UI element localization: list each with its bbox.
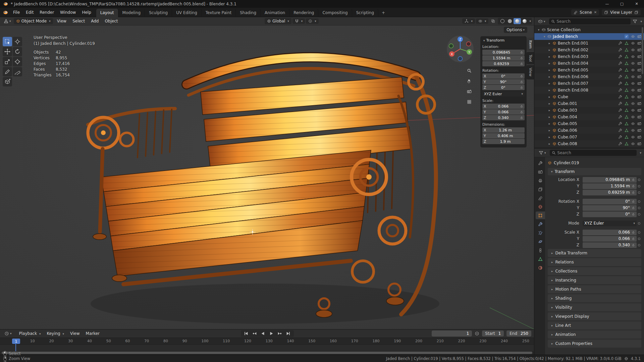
view-layer-selector[interactable]: View Layer [602, 9, 641, 15]
rendered-shading-icon[interactable] [521, 18, 528, 24]
menu-playback[interactable]: Playback ▾ [16, 329, 44, 338]
outliner-item[interactable]: ▸Bench End.002 [534, 47, 644, 53]
chevron-right-icon[interactable]: ▸ [548, 129, 551, 132]
show-overlays-toggle[interactable]: ▾ [476, 18, 489, 24]
camera-icon[interactable] [637, 128, 641, 132]
value-field[interactable]: 0.066 [583, 236, 637, 242]
wrench-icon[interactable] [618, 75, 622, 79]
menu-marker[interactable]: Marker [83, 329, 103, 338]
chevron-right-icon[interactable]: ▸ [548, 82, 551, 85]
npanel-value-field[interactable]: 0.096845 [482, 50, 525, 55]
chevron-right-icon[interactable]: ▸ [548, 48, 551, 52]
wrench-icon[interactable] [618, 128, 622, 132]
panel-shading[interactable]: ▸Shading [548, 294, 641, 302]
wrench-icon[interactable] [618, 95, 622, 99]
animate-property-dot[interactable] [637, 213, 641, 216]
properties-tab-render[interactable] [536, 168, 545, 176]
play-button[interactable] [268, 330, 275, 337]
eye-icon[interactable] [631, 75, 635, 79]
mode-selector[interactable]: Object Mode▾ [14, 18, 53, 24]
eye-icon[interactable] [631, 135, 635, 139]
lock-open-icon[interactable] [632, 243, 635, 247]
camera-icon[interactable] [637, 115, 641, 119]
wrench-icon[interactable] [618, 81, 622, 85]
menu-render[interactable]: Render [37, 8, 57, 17]
mesh-data-icon[interactable] [625, 122, 629, 126]
lock-open-icon[interactable] [632, 231, 635, 234]
lock-open-icon[interactable] [520, 62, 523, 65]
collection-checkbox[interactable]: ✓ [625, 35, 629, 39]
menu-window[interactable]: Window [57, 8, 79, 17]
previous-keyframe-button[interactable] [251, 330, 259, 337]
chevron-right-icon[interactable]: ▸ [548, 142, 551, 145]
wrench-icon[interactable] [618, 68, 622, 72]
outliner-search[interactable] [549, 18, 631, 24]
value-field[interactable]: 0.096845 m [583, 177, 637, 183]
editor-type-button[interactable]: ▾ [2, 19, 13, 23]
properties-tab-physics[interactable] [536, 238, 545, 245]
outliner-item[interactable]: ▸Bench End.005 [534, 67, 644, 73]
timeline-track[interactable] [0, 345, 534, 351]
properties-tab-scene[interactable] [536, 194, 545, 202]
workspace-tab-scripting[interactable]: Scripting [352, 9, 378, 17]
eye-icon[interactable] [631, 122, 635, 126]
value-field[interactable]: 0° [583, 199, 637, 204]
workspace-tab-sculpting[interactable]: Sculpting [145, 9, 172, 17]
snapping-toggle[interactable]: ▾ [292, 18, 305, 24]
mesh-data-icon[interactable] [625, 75, 629, 79]
sidebar-tab-view[interactable]: View [527, 65, 534, 79]
current-frame-field[interactable]: 1 [432, 330, 472, 337]
chevron-right-icon[interactable]: ▸ [548, 135, 551, 139]
workspace-tab-uv-editing[interactable]: UV Editing [172, 9, 202, 17]
camera-icon[interactable] [637, 41, 641, 45]
npanel-value-field[interactable]: X1.26 m [482, 127, 525, 133]
camera-icon[interactable] [637, 142, 641, 146]
mesh-data-icon[interactable] [625, 95, 629, 99]
maximize-button[interactable]: ▢ [614, 0, 629, 8]
wrench-icon[interactable] [618, 41, 622, 45]
animate-property-dot[interactable] [637, 200, 641, 203]
panel-animation[interactable]: ▸Animation [548, 330, 641, 339]
workspace-tab-texture-paint[interactable]: Texture Paint [202, 9, 236, 17]
wrench-icon[interactable] [618, 61, 622, 65]
menu-help[interactable]: Help [79, 8, 94, 17]
eye-icon[interactable] [631, 128, 635, 132]
measure-tool[interactable] [13, 67, 22, 76]
eye-icon[interactable] [631, 142, 635, 146]
eye-icon[interactable] [631, 108, 635, 112]
menu-view[interactable]: View [54, 17, 69, 25]
wrench-icon[interactable] [618, 142, 622, 146]
npanel-value-field[interactable]: Y0.066 [482, 109, 525, 115]
proportional-editing[interactable]: ▾ [306, 18, 319, 24]
camera-icon[interactable] [637, 55, 641, 59]
wireframe-shading-icon[interactable] [499, 18, 506, 24]
eye-icon[interactable] [631, 81, 635, 85]
eye-icon[interactable] [631, 102, 635, 106]
animate-property-dot[interactable] [637, 179, 641, 181]
filter-dropdown[interactable]: ▾ [640, 20, 642, 23]
camera-icon[interactable] [637, 61, 641, 65]
properties-tab-tool[interactable] [536, 159, 545, 167]
wrench-icon[interactable] [618, 48, 622, 52]
gizmo-x-label[interactable]: X [451, 53, 453, 56]
chevron-right-icon[interactable]: ▸ [548, 95, 551, 99]
mesh-data-icon[interactable] [625, 68, 629, 72]
lock-open-icon[interactable] [632, 184, 635, 188]
animate-property-dot[interactable] [637, 231, 641, 234]
cursor-tool[interactable] [13, 37, 22, 46]
npanel-value-field[interactable]: X0° [482, 73, 525, 79]
wrench-icon[interactable] [618, 122, 622, 126]
chevron-down-icon[interactable]: ▾ [537, 28, 540, 32]
npanel-value-field[interactable]: Y0.406 m [482, 133, 525, 138]
animate-property-dot[interactable] [637, 191, 641, 194]
close-button[interactable]: ✕ [629, 0, 644, 8]
mesh-data-icon[interactable] [625, 41, 629, 45]
transform-panel-header[interactable]: ▾Transform [482, 38, 525, 43]
wrench-icon[interactable] [618, 108, 622, 112]
workspace-tab-compositing[interactable]: Compositing [318, 9, 352, 17]
menu-file[interactable]: File [10, 8, 23, 17]
npanel-value-field[interactable]: 0.69259 [482, 61, 525, 66]
rotation-mode-dropdown[interactable]: XYZ Euler▾ [583, 221, 637, 226]
eye-icon[interactable] [631, 95, 635, 99]
outliner-item[interactable]: ▸Bench End.003 [534, 53, 644, 60]
